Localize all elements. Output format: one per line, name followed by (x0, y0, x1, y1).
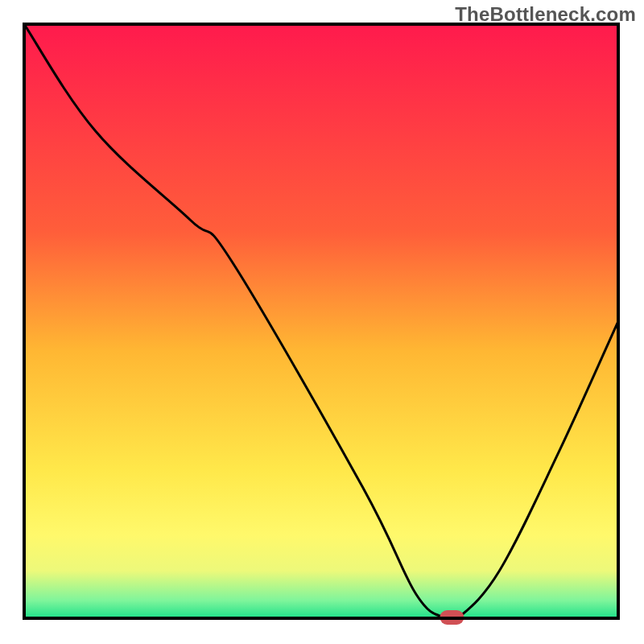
watermark-text: TheBottleneck.com (455, 3, 636, 26)
gradient-background (24, 24, 618, 618)
chart-frame: TheBottleneck.com (0, 0, 644, 644)
bottleneck-chart (0, 0, 644, 644)
